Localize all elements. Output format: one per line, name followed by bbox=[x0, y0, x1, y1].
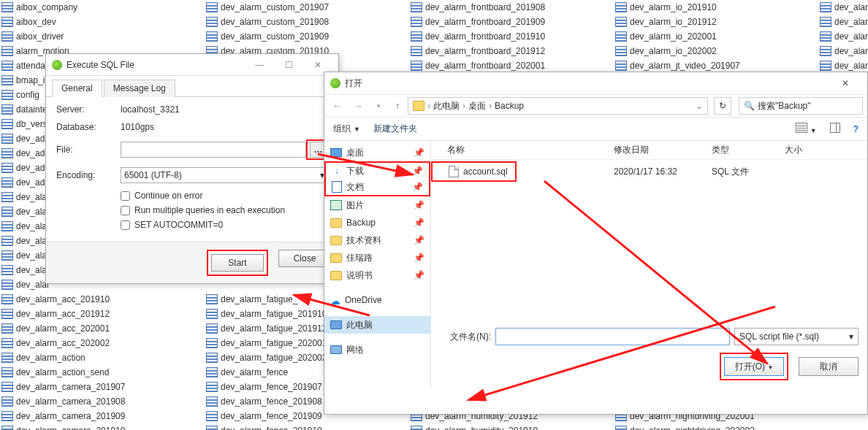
folder-icon bbox=[330, 236, 342, 245]
autocommit-checkbox[interactable]: SET AUTOCOMMIT=0 bbox=[121, 220, 328, 230]
column-headers[interactable]: 名称 修改日期 类型 大小 bbox=[431, 141, 867, 160]
minimize-button[interactable]: — bbox=[245, 58, 274, 72]
table-icon bbox=[206, 309, 218, 319]
table-item[interactable]: dev_alarm bbox=[818, 0, 868, 15]
table-item[interactable]: dev_alarm_io_202001 bbox=[614, 29, 818, 44]
sidebar-pictures[interactable]: 图片📌 bbox=[324, 196, 430, 214]
back-button[interactable]: ← bbox=[329, 97, 346, 115]
table-icon bbox=[1, 148, 13, 158]
table-icon bbox=[1, 119, 13, 129]
col-date[interactable]: 修改日期 bbox=[614, 144, 712, 156]
sidebar-desktop[interactable]: 桌面📌 bbox=[324, 144, 430, 161]
table-icon bbox=[1, 90, 13, 100]
table-item[interactable]: dev_alarm_frontboard_201912 bbox=[409, 44, 614, 58]
sidebar-documents[interactable]: 文档📌 bbox=[324, 179, 430, 196]
sidebar-network[interactable]: 网络 bbox=[324, 341, 430, 358]
table-item[interactable]: dev_alarm bbox=[818, 15, 868, 29]
sidebar-onedrive[interactable]: ☁OneDrive bbox=[324, 291, 430, 309]
folder-icon bbox=[330, 271, 342, 280]
continue-on-error-checkbox[interactable]: Continue on error bbox=[121, 191, 328, 201]
sidebar-manual[interactable]: 说明书📌 bbox=[324, 266, 430, 284]
sidebar-jiarulu[interactable]: 佳瑞路📌 bbox=[324, 249, 430, 266]
table-item[interactable]: dev_alarm_frontboard_201908 bbox=[409, 0, 614, 15]
preview-pane-button[interactable] bbox=[830, 123, 840, 135]
tab-message-log[interactable]: Message Log bbox=[104, 80, 175, 97]
sidebar-this-pc[interactable]: 此电脑 bbox=[324, 316, 430, 334]
filename-label: 文件名(N): bbox=[440, 331, 491, 343]
table-item[interactable]: dev_alarm_custom_201907 bbox=[205, 0, 409, 15]
table-icon bbox=[1, 382, 13, 392]
table-item[interactable]: dev_alarm_io_202002 bbox=[614, 44, 818, 58]
table-icon bbox=[206, 426, 218, 430]
view-mode-button[interactable]: ▼ bbox=[796, 123, 816, 135]
table-item[interactable]: dev_alarm_action_send bbox=[0, 365, 205, 380]
server-value: localhost_3321 bbox=[121, 104, 328, 115]
file-filter-select[interactable]: SQL script file (*.sql)▾ bbox=[734, 328, 859, 345]
table-item[interactable]: dev_alarm_acc_202002 bbox=[0, 336, 205, 350]
table-item[interactable]: dev_alarm_camera_201908 bbox=[0, 394, 205, 409]
network-icon bbox=[330, 345, 342, 354]
app-icon bbox=[52, 60, 62, 70]
table-item[interactable]: aibox_dev bbox=[0, 15, 205, 29]
table-item[interactable]: dev_alarm_camera_201910 bbox=[0, 423, 205, 430]
table-icon bbox=[411, 31, 422, 42]
open-dialog-titlebar[interactable]: 打开 ✕ bbox=[324, 72, 867, 94]
table-item[interactable]: dev_alarm_camera_201909 bbox=[0, 409, 205, 423]
table-item[interactable]: dev_alarm_custom_201909 bbox=[205, 29, 409, 44]
table-item[interactable]: dev_alarm bbox=[818, 58, 868, 73]
tab-general[interactable]: General bbox=[52, 80, 102, 97]
col-name[interactable]: 名称 bbox=[431, 144, 614, 156]
breadcrumb[interactable]: › 此电脑› 桌面› Backup ⌄ bbox=[408, 97, 708, 115]
start-button[interactable]: Start bbox=[211, 254, 264, 272]
table-item[interactable]: dev_alarm bbox=[818, 29, 868, 44]
table-item[interactable]: dev_alarm_fence_201910 bbox=[205, 423, 409, 430]
chevron-down-icon[interactable]: ⌄ bbox=[696, 101, 703, 111]
table-item[interactable]: dev_alarm_io_201912 bbox=[614, 15, 818, 29]
cancel-button[interactable]: 取消 bbox=[799, 357, 859, 376]
table-item[interactable]: dev_alarm_humidity_201910 bbox=[409, 423, 614, 430]
table-item[interactable]: dev_alarm_acc_201910 bbox=[0, 292, 205, 307]
table-item[interactable]: dev_alarm bbox=[818, 44, 868, 58]
forward-button[interactable]: → bbox=[349, 97, 367, 115]
help-button[interactable]: ? bbox=[853, 124, 859, 134]
table-item[interactable]: dev_alarm_io_201910 bbox=[614, 0, 818, 15]
file-row[interactable]: account.sql 2020/1/17 16:32 SQL 文件 bbox=[431, 163, 867, 180]
table-item[interactable]: dev_alarm_frontboard_202001 bbox=[409, 58, 614, 73]
table-item[interactable]: dev_alarm_camera_201907 bbox=[0, 380, 205, 394]
table-item[interactable]: dev_alarm_acc_202001 bbox=[0, 321, 205, 336]
table-icon bbox=[206, 382, 218, 392]
search-input[interactable]: 🔍搜索"Backup" bbox=[739, 97, 863, 115]
table-item[interactable]: aibox_company bbox=[0, 0, 205, 15]
filename-input[interactable] bbox=[495, 328, 730, 345]
open-button[interactable]: 打开(O) ▼ bbox=[724, 357, 784, 376]
file-type: SQL 文件 bbox=[712, 166, 785, 178]
table-item[interactable]: dev_alarm_action bbox=[0, 350, 205, 365]
table-item[interactable]: dev_alarm_custom_201908 bbox=[205, 15, 409, 29]
sidebar-techdata[interactable]: 技术资料📌 bbox=[324, 231, 430, 249]
organize-menu[interactable]: 组织▼ bbox=[333, 123, 360, 135]
table-item[interactable]: dev_alarm_frontboard_201909 bbox=[409, 15, 614, 29]
table-item[interactable]: dev_alarm_jt_video_201907 bbox=[614, 58, 818, 73]
table-item[interactable]: dev_alarm_frontboard_201910 bbox=[409, 29, 614, 44]
close-button[interactable]: ✕ bbox=[303, 58, 332, 72]
table-item[interactable]: aibox_driver bbox=[0, 29, 205, 44]
table-icon bbox=[1, 104, 13, 115]
sidebar-backup[interactable]: Backup📌 bbox=[324, 214, 430, 231]
col-type[interactable]: 类型 bbox=[712, 144, 785, 156]
close-button[interactable]: ✕ bbox=[829, 73, 861, 93]
table-icon bbox=[820, 61, 831, 71]
dialog-titlebar[interactable]: Execute SQL File — ☐ ✕ bbox=[46, 54, 338, 76]
refresh-button[interactable]: ↻ bbox=[714, 97, 731, 115]
col-size[interactable]: 大小 bbox=[785, 144, 814, 156]
run-multiple-checkbox[interactable]: Run multiple queries in each execution bbox=[121, 205, 328, 215]
table-item[interactable]: dev_alarm_nightdriving_202002 bbox=[614, 423, 818, 430]
table-item[interactable]: dev_alarm_acc_201912 bbox=[0, 307, 205, 321]
up-button[interactable]: ↑ bbox=[390, 99, 405, 113]
file-input[interactable] bbox=[121, 142, 306, 158]
maximize-button[interactable]: ☐ bbox=[274, 58, 303, 72]
sidebar-downloads[interactable]: ↓下载📌 bbox=[324, 161, 430, 179]
encoding-select[interactable]: 65001 (UTF-8)▾ bbox=[121, 167, 328, 183]
new-folder-button[interactable]: 新建文件夹 bbox=[373, 123, 417, 135]
table-icon bbox=[1, 323, 13, 334]
history-dropdown[interactable]: ▾ bbox=[370, 97, 387, 115]
